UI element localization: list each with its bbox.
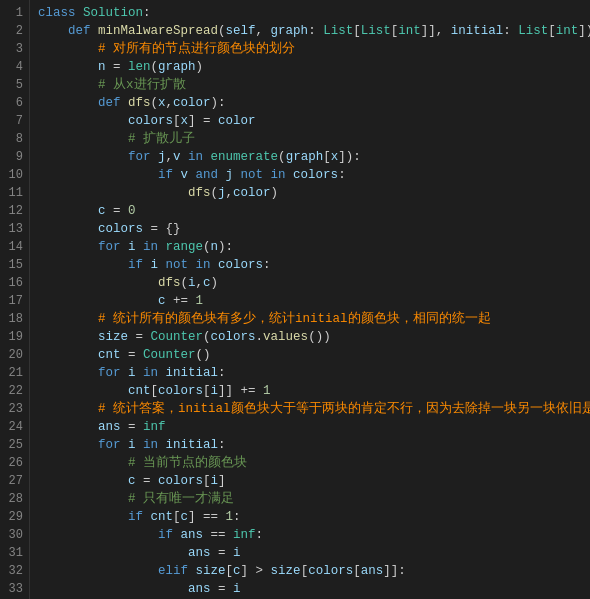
token-kw: in bbox=[181, 150, 211, 164]
code-line: n = len(graph) bbox=[38, 58, 590, 76]
token-kw: if bbox=[158, 528, 181, 542]
token-kw: for bbox=[98, 240, 128, 254]
token-var: size bbox=[98, 330, 128, 344]
line-number: 28 bbox=[0, 490, 29, 508]
token-var: colors bbox=[211, 330, 256, 344]
line-number: 19 bbox=[0, 328, 29, 346]
token-punct: : bbox=[233, 510, 241, 524]
token-var: colors bbox=[158, 384, 203, 398]
token-var: v bbox=[181, 168, 189, 182]
token-var: c bbox=[128, 474, 136, 488]
token-punct: : bbox=[263, 258, 271, 272]
code-line: elif size[c] > size[colors[ans]]: bbox=[38, 562, 590, 580]
code-editor: 1234567891011121314151617181920212223242… bbox=[0, 0, 590, 599]
token-param: x bbox=[158, 96, 166, 110]
token-cls: List bbox=[323, 24, 353, 38]
token-punct: ]) bbox=[578, 24, 590, 38]
token-var: x bbox=[181, 114, 189, 128]
token-punct: [ bbox=[323, 150, 331, 164]
line-number: 1 bbox=[0, 4, 29, 22]
token-param: color bbox=[173, 96, 211, 110]
token-punct: , bbox=[196, 276, 204, 290]
token-op: = bbox=[106, 60, 129, 74]
token-fn: minMalwareSpread bbox=[98, 24, 218, 38]
token-op: = bbox=[211, 582, 234, 596]
token-op: = bbox=[121, 420, 144, 434]
code-line: class Solution: bbox=[38, 4, 590, 22]
code-line: if cnt[c] == 1: bbox=[38, 508, 590, 526]
token-punct: , bbox=[166, 150, 174, 164]
token-num: 1 bbox=[226, 510, 234, 524]
token-op: = bbox=[128, 330, 151, 344]
line-number: 20 bbox=[0, 346, 29, 364]
line-number: 9 bbox=[0, 148, 29, 166]
code-content: class Solution: def minMalwareSpread(sel… bbox=[30, 0, 590, 599]
token-op: == bbox=[203, 528, 233, 542]
token-param: initial bbox=[451, 24, 504, 38]
token-fn: dfs bbox=[128, 96, 151, 110]
line-number: 29 bbox=[0, 508, 29, 526]
token-cmt: # 当前节点的颜色块 bbox=[128, 456, 247, 470]
line-number: 10 bbox=[0, 166, 29, 184]
token-op: = bbox=[143, 222, 166, 236]
token-op bbox=[38, 474, 128, 488]
line-number: 2 bbox=[0, 22, 29, 40]
token-var: colors bbox=[98, 222, 143, 236]
token-builtin: inf bbox=[233, 528, 256, 542]
token-cls: Counter bbox=[151, 330, 204, 344]
token-kw: if bbox=[128, 510, 151, 524]
token-num: 1 bbox=[196, 294, 204, 308]
line-number: 4 bbox=[0, 58, 29, 76]
token-op bbox=[38, 312, 98, 326]
token-op bbox=[38, 204, 98, 218]
token-var: size bbox=[271, 564, 301, 578]
token-builtin: int bbox=[556, 24, 579, 38]
token-kw: and bbox=[188, 168, 226, 182]
token-cmt-cn: # 统计答案，initial颜色块大于等于两块的肯定不行，因为去除掉一块另一块依… bbox=[98, 402, 590, 416]
token-op bbox=[38, 276, 158, 290]
token-op bbox=[38, 168, 158, 182]
token-param: graph bbox=[271, 24, 309, 38]
token-op bbox=[38, 420, 98, 434]
token-punct: ]): bbox=[338, 150, 361, 164]
token-var: i bbox=[211, 474, 219, 488]
code-line: # 对所有的节点进行颜色块的划分 bbox=[38, 40, 590, 58]
token-var: cnt bbox=[98, 348, 121, 362]
token-punct: ]] bbox=[383, 564, 398, 578]
token-kw: in bbox=[136, 438, 166, 452]
code-line: # 当前节点的颜色块 bbox=[38, 454, 590, 472]
token-op bbox=[38, 114, 128, 128]
token-punct: [ bbox=[203, 384, 211, 398]
token-kw: not in bbox=[158, 258, 218, 272]
token-op bbox=[38, 132, 128, 146]
token-cmt: # 只有唯一才满足 bbox=[128, 492, 234, 506]
line-number: 3 bbox=[0, 40, 29, 58]
token-var: cnt bbox=[151, 510, 174, 524]
code-line: c = colors[i] bbox=[38, 472, 590, 490]
token-op: = bbox=[106, 204, 129, 218]
token-op bbox=[38, 240, 98, 254]
token-fn: dfs bbox=[158, 276, 181, 290]
token-op bbox=[38, 564, 158, 578]
token-punct: [ bbox=[151, 384, 159, 398]
code-line: dfs(i,c) bbox=[38, 274, 590, 292]
code-line: for i in initial: bbox=[38, 436, 590, 454]
token-kw: for bbox=[98, 366, 128, 380]
token-op bbox=[38, 492, 128, 506]
code-line: cnt[colors[i]] += 1 bbox=[38, 382, 590, 400]
token-var: i bbox=[128, 240, 136, 254]
token-var: ans bbox=[188, 582, 211, 596]
line-number: 22 bbox=[0, 382, 29, 400]
token-var: i bbox=[188, 276, 196, 290]
token-op bbox=[38, 348, 98, 362]
token-punct: : bbox=[308, 24, 323, 38]
token-kw: for bbox=[128, 150, 158, 164]
token-op bbox=[38, 222, 98, 236]
token-punct: ( bbox=[203, 330, 211, 344]
token-op: += bbox=[166, 294, 196, 308]
token-punct: ] > bbox=[241, 564, 271, 578]
token-punct: : bbox=[503, 24, 518, 38]
code-line: if ans == inf: bbox=[38, 526, 590, 544]
token-var: c bbox=[233, 564, 241, 578]
token-builtin: range bbox=[166, 240, 204, 254]
